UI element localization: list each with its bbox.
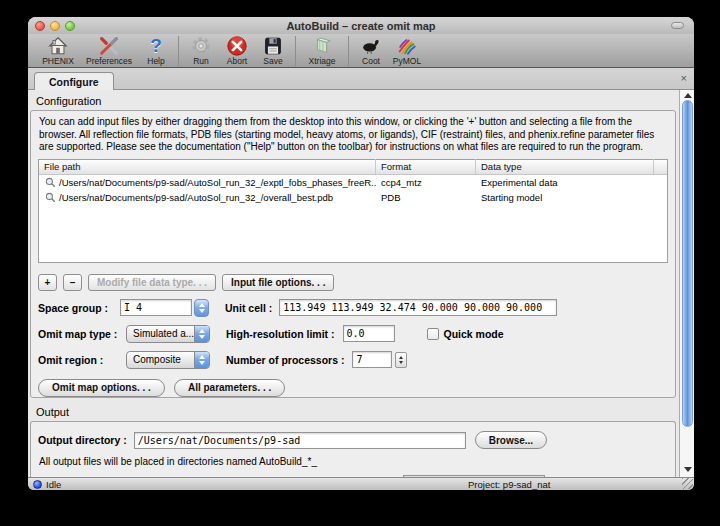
toolbar-item-label: Save	[263, 57, 282, 66]
output-directory-input[interactable]: /Users/nat/Documents/p9-sad	[134, 432, 466, 449]
pymol-button[interactable]: PyMOL	[389, 35, 425, 66]
pymol-ribbon-icon	[396, 35, 418, 57]
high-resolution-limit-label: High-resolution limit :	[226, 328, 335, 340]
unit-cell-label: Unit cell :	[225, 302, 272, 314]
toolbar-item-label: Help	[147, 57, 164, 66]
title-bar: AutoBuild – create omit map	[28, 17, 694, 34]
space-group-stepper[interactable]	[194, 299, 209, 317]
configuration-heading: Configuration	[36, 95, 677, 107]
toolbar-item-label: Abort	[227, 57, 247, 66]
table-row[interactable]: /Users/nat/Documents/p9-sad/AutoSol_run_…	[39, 175, 667, 190]
omit-region-label: Omit region :	[38, 354, 126, 366]
remove-file-button[interactable]: –	[63, 274, 82, 291]
unit-cell-input[interactable]: 113.949 113.949 32.474 90.000 90.000 90.…	[279, 299, 557, 316]
dropdown-arrows-icon	[194, 352, 209, 368]
column-header-filler	[654, 159, 667, 174]
app-window: AutoBuild – create omit map PHENIX Prefe…	[28, 17, 694, 490]
data-type-cell: Experimental data	[476, 177, 654, 188]
toolbar-separator	[348, 36, 349, 66]
vertical-scrollbar[interactable]	[679, 90, 694, 477]
status-text: Idle	[46, 479, 61, 490]
toolbar-separator	[295, 36, 296, 66]
omit-map-type-row: Omit map type : Simulated a... High-reso…	[38, 325, 668, 343]
omit-region-dropdown[interactable]: Composite	[126, 351, 210, 369]
space-group-label: Space group :	[38, 302, 120, 314]
main-content: Configuration You can add input files by…	[28, 90, 694, 477]
crossed-tools-icon	[98, 35, 120, 57]
toolbar: PHENIX Preferences ? Help Run Abort	[28, 34, 694, 68]
quick-mode-checkbox[interactable]	[427, 328, 439, 340]
num-processors-spinner[interactable]	[395, 352, 407, 368]
omit-region-row: Omit region : Composite Number of proces…	[38, 351, 668, 369]
file-path-cell: /Users/nat/Documents/p9-sad/AutoSol_run_…	[59, 177, 376, 188]
add-file-button[interactable]: +	[38, 274, 57, 291]
abort-x-icon	[226, 35, 248, 57]
floppy-disk-icon	[262, 35, 284, 57]
toolbar-item-label: Coot	[362, 57, 380, 66]
magnifier-icon	[45, 177, 56, 188]
input-files-table[interactable]: File path Format Data type /Users/nat/Do…	[38, 159, 668, 263]
crystal-icon	[311, 35, 333, 57]
tab-configure[interactable]: Configure	[34, 72, 114, 90]
format-cell: ccp4_mtz	[376, 177, 476, 188]
browse-button[interactable]: Browse...	[475, 431, 547, 449]
toolbar-separator	[178, 36, 179, 66]
run-button[interactable]: Run	[183, 35, 219, 66]
column-header-format[interactable]: Format	[376, 159, 476, 174]
file-path-cell: /Users/nat/Documents/p9-sad/AutoSol_run_…	[59, 192, 333, 203]
save-button[interactable]: Save	[255, 35, 291, 66]
omit-map-type-label: Omit map type :	[38, 328, 126, 340]
input-file-options-button[interactable]: Input file options. . .	[222, 274, 334, 291]
abort-button[interactable]: Abort	[219, 35, 255, 66]
toolbar-item-label: Run	[193, 57, 209, 66]
toolbar-item-label: PyMOL	[393, 57, 421, 66]
phenix-home-icon	[47, 35, 69, 57]
tab-strip: Configure ×	[28, 68, 694, 90]
window-title: AutoBuild – create omit map	[28, 20, 694, 32]
num-processors-label: Number of processors :	[226, 354, 344, 366]
phenix-button[interactable]: PHENIX	[36, 35, 80, 66]
space-group-row: Space group : I 4 Unit cell : 113.949 11…	[38, 299, 668, 317]
question-mark-icon: ?	[150, 35, 162, 57]
column-header-data-type[interactable]: Data type	[476, 159, 654, 174]
status-indicator-icon	[33, 480, 42, 489]
tab-close-icon[interactable]: ×	[681, 72, 687, 84]
scroll-up-icon[interactable]	[684, 93, 692, 98]
dropdown-arrows-icon	[194, 326, 209, 342]
scroll-down-icon[interactable]	[684, 467, 692, 472]
configuration-group: You can add input files by either draggi…	[30, 110, 676, 398]
omit-map-type-dropdown[interactable]: Simulated a...	[126, 325, 210, 343]
num-processors-input[interactable]: 7	[352, 351, 392, 368]
gear-icon	[190, 35, 212, 57]
toolbar-toggle-button[interactable]	[671, 22, 684, 29]
file-buttons-row: + – Modify file data type. . . Input fil…	[38, 274, 668, 291]
output-note: All output files will be placed in direc…	[39, 456, 667, 469]
output-directory-label: Output directory :	[38, 434, 127, 446]
modify-file-data-type-button: Modify file data type. . .	[88, 274, 216, 291]
toolbar-item-label: Preferences	[86, 57, 132, 66]
project-label: Project: p9-sad_nat	[468, 479, 550, 490]
table-header: File path Format Data type	[39, 160, 667, 175]
status-bar: Idle Project: p9-sad_nat	[28, 477, 694, 490]
preferences-button[interactable]: Preferences	[80, 35, 138, 66]
configuration-description: You can add input files by either draggi…	[39, 116, 667, 154]
scrollbar-thumb[interactable]	[682, 100, 693, 427]
all-parameters-button[interactable]: All parameters. . .	[174, 379, 285, 397]
resize-grip[interactable]	[682, 478, 693, 489]
format-cell: PDB	[376, 192, 476, 203]
omit-map-options-button[interactable]: Omit map options. . .	[38, 379, 165, 397]
options-buttons-row: Omit map options. . . All parameters. . …	[38, 379, 668, 397]
toolbar-item-label: Xtriage	[309, 57, 336, 66]
xtriage-button[interactable]: Xtriage	[300, 35, 344, 66]
help-button[interactable]: ? Help	[138, 35, 174, 66]
coot-button[interactable]: Coot	[353, 35, 389, 66]
table-row[interactable]: /Users/nat/Documents/p9-sad/AutoSol_run_…	[39, 190, 667, 205]
coot-bird-icon	[360, 35, 382, 57]
column-header-file-path[interactable]: File path	[39, 159, 376, 174]
space-group-input[interactable]: I 4	[120, 299, 192, 316]
output-group: Output directory : /Users/nat/Documents/…	[30, 421, 676, 477]
quick-mode-label: Quick mode	[444, 328, 504, 340]
output-directory-row: Output directory : /Users/nat/Documents/…	[38, 431, 668, 449]
output-heading: Output	[36, 406, 677, 418]
high-resolution-limit-input[interactable]: 0.0	[343, 325, 395, 342]
